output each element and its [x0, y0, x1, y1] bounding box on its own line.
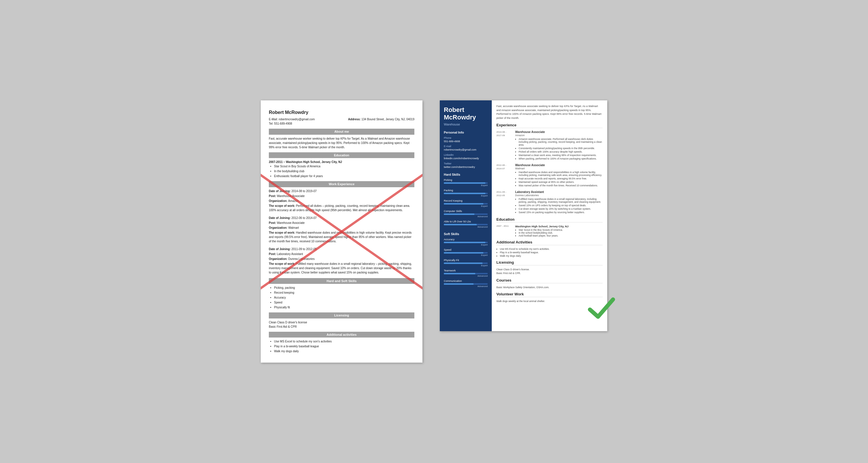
- work2-post: Post: Warehouse Associate: [269, 221, 414, 225]
- skill-computer-bar-fill: [444, 213, 474, 215]
- soft-speed-level: Expert: [444, 254, 488, 257]
- soft-speed-bar-bg: [444, 252, 488, 254]
- edu-details: Washington High School, Jersey City, NJ …: [515, 225, 602, 237]
- right-name: Robert McRowdry: [444, 106, 488, 122]
- soft-physical-level: Expert: [444, 264, 488, 267]
- exp-amazon-b1: Amazon warehouse associate. Performed al…: [519, 138, 602, 146]
- soft-accuracy: Accuracy Expert: [444, 238, 488, 246]
- exp-amazon-b2: Consistently maintained picking/packing …: [519, 147, 602, 150]
- edu-dates: 2007 - 2011: [496, 225, 512, 237]
- soft-communication-bar-fill: [444, 283, 473, 285]
- soft-accuracy-level: Expert: [444, 243, 488, 246]
- exp-dunrea: 2011-09 - 2012-05 Laboratory Assistant D…: [496, 190, 602, 214]
- about-section-bar: About me: [269, 129, 414, 135]
- work2-org: Organization: Walmart: [269, 226, 414, 230]
- skill-picking-bar-bg: [444, 182, 488, 184]
- work1-scope: The scope of work: Performed all duties …: [269, 204, 414, 212]
- exp-amazon-b5: When packing, performed to 100% of Amazo…: [519, 157, 602, 160]
- activities-section-bar: Additional activities: [269, 332, 414, 338]
- lic-1: Clean Class D driver's license.: [496, 268, 602, 271]
- address-label: Address:: [348, 118, 361, 121]
- additional-list: Use MS Excel to schedule my son's activi…: [500, 247, 602, 257]
- exp-amazon-details: Warehouse Associate Amazon Amazon wareho…: [515, 130, 602, 161]
- exp-walmart-b3: Maintained speed average at 95% vs other…: [519, 180, 602, 184]
- exp-walmart-b4: Was named picker of the month five times…: [519, 184, 602, 187]
- skill-packing-bar-bg: [444, 193, 488, 194]
- edu-bullets: Star Scout in the Boy Scouts of America.…: [519, 229, 602, 237]
- skill-lift-bar-bg: [444, 224, 488, 225]
- skill-picking-name: Picking: [444, 178, 488, 181]
- left-contact-right: Address: 134 Bound Street, Jersey City, …: [348, 117, 414, 126]
- linkedin-label: LinkedIn: [444, 154, 488, 156]
- courses-title: Courses: [496, 278, 602, 283]
- about-text: Fast, accurate warehouse worker seeking …: [269, 136, 414, 150]
- tel-label: Tel:: [269, 122, 274, 125]
- soft-accuracy-name: Accuracy: [444, 238, 488, 241]
- personal-info-title: Personal Info: [444, 131, 488, 134]
- work-entry-1: Date of Joining: 2014-08 to 2019-07 Post…: [269, 189, 414, 212]
- courses-text: Basic Workplace Safety Orientation, OSHA…: [496, 286, 602, 289]
- soft-physical: Physically Fit Expert: [444, 259, 488, 267]
- add-3: Walk my dogs daily.: [500, 255, 602, 257]
- exp-dunrea-b4: Saved 15% on packing supplies by sourcin…: [519, 211, 602, 214]
- work-entry-2: Date of Joining: 2012-06 to 2014-07 Post…: [269, 216, 414, 243]
- exp-amazon: 2014-08 - 2017-09 Warehouse Associate Am…: [496, 130, 602, 161]
- work2-date: Date of Joining: 2012-06 to 2014-07: [269, 216, 414, 220]
- soft-speed: Speed Expert: [444, 249, 488, 257]
- skills-section-bar: Hard and Soft Skills: [269, 278, 414, 284]
- exp-walmart-dates: 2012-06 - 2014-07: [496, 164, 512, 188]
- volunteer-title: Volunteer Work: [496, 292, 602, 297]
- education-section-bar: Education: [269, 152, 414, 158]
- soft-speed-name: Speed: [444, 249, 488, 251]
- soft-physical-bar-fill: [444, 263, 483, 264]
- skill-computer: Computer Skills Advanced: [444, 210, 488, 218]
- soft-teamwork-bar-fill: [444, 273, 475, 274]
- work3-scope: The scope of work: Fulfilled many wareho…: [269, 262, 414, 275]
- skill-lift-name: Able to Lift Over 50 Lbs: [444, 220, 488, 223]
- education-entry: 2007-2011 – Washington High School, Jers…: [269, 160, 414, 178]
- soft-speed-bar-fill: [444, 252, 484, 254]
- exp-dunrea-b1: Fulfilled many warehouse duties in a sma…: [519, 198, 602, 203]
- skill-packing-name: Packing: [444, 189, 488, 192]
- skill-record-bar-fill: [444, 203, 484, 204]
- skill-record: Record Keeping Expert: [444, 199, 488, 207]
- hard-skills-title: Hard Skills: [444, 173, 488, 176]
- skill-5: Physically fit: [274, 305, 414, 309]
- soft-communication-bar-bg: [444, 283, 488, 285]
- soft-physical-bar-bg: [444, 263, 488, 264]
- soft-accuracy-bar-fill: [444, 242, 486, 243]
- phone-label: Phone: [444, 136, 488, 139]
- exp-walmart-details: Warehouse Associate Walmart Handled ware…: [515, 164, 602, 188]
- exp-dunrea-dates: 2011-09 - 2012-05: [496, 190, 512, 214]
- skill-4: Speed: [274, 300, 414, 305]
- soft-teamwork-name: Teamwork: [444, 269, 488, 272]
- additional-title: Additional Activities: [496, 240, 602, 245]
- left-contact-left: E-Mail: robertmcrowdry@gmail.com Tel: 55…: [269, 117, 315, 126]
- work1-date: Date of Joining: 2014-08 to 2019-07: [269, 189, 414, 193]
- education-title: Education: [496, 217, 602, 223]
- address-value: 134 Bound Street, Jersey City, NJ, 04019: [362, 118, 414, 121]
- skill-packing-level: Expert: [444, 194, 488, 197]
- edu-b1: Star Scout in the Boy Scouts of America.: [519, 229, 602, 231]
- resume-bad: Robert McRowdry E-Mail: robertmcrowdry@g…: [261, 100, 423, 363]
- skill-3: Accuracy: [274, 295, 414, 300]
- licensing-text: Clean Class D driver's license Basic Fir…: [269, 320, 414, 329]
- activity-2: Play in a bi-weekly baseball league: [274, 344, 414, 349]
- skill-computer-level: Advanced: [444, 215, 488, 218]
- summary-text: Fast, accurate warehouse associate seeki…: [496, 104, 602, 120]
- soft-skills-title: Soft Skills: [444, 232, 488, 236]
- school-line: 2007-2011 – Washington High School, Jers…: [269, 160, 414, 164]
- skill-lift-level: Advanced: [444, 226, 488, 228]
- exp-dunrea-details: Laboratory Assistant Dunrea Laboratories…: [515, 190, 602, 214]
- edu-bullet-3: Enthusiastic football player for 4 years: [274, 174, 414, 178]
- exp-walmart: 2012-06 - 2014-07 Warehouse Associate Wa…: [496, 164, 602, 188]
- activity-3: Walk my dogs daily: [274, 349, 414, 353]
- soft-teamwork-bar-bg: [444, 273, 488, 274]
- soft-teamwork: Teamwork Advanced: [444, 269, 488, 277]
- exp-walmart-company: Walmart: [515, 167, 602, 170]
- exp-dunrea-b3: Cut down storage waste by 20% by switchi…: [519, 207, 602, 210]
- email-value-right: robertmcrowdry@gmail.com: [444, 148, 488, 152]
- email-value: robertmcrowdry@gmail.com: [279, 118, 315, 121]
- work1-org: Organization: Amazon: [269, 199, 414, 203]
- education-bullets: Star Scout in Boy Scouts of America In t…: [274, 164, 414, 178]
